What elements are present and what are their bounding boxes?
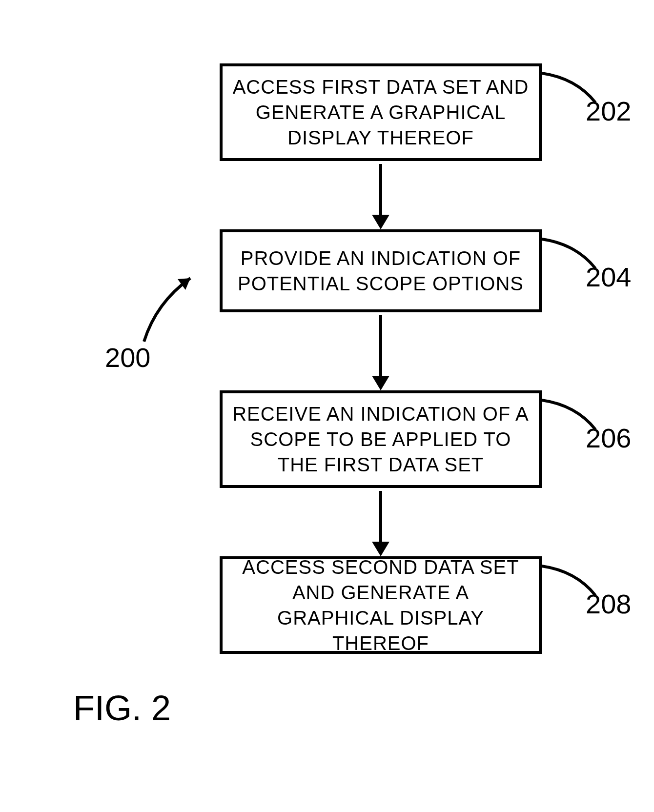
flow-step-202: ACCESS FIRST DATA SET AND GENERATE A GRA… <box>220 63 542 161</box>
arrow-204-206 <box>379 315 382 379</box>
arrow-head-204-206 <box>372 376 389 390</box>
step-label-208: 208 <box>586 588 631 620</box>
arrow-206-208 <box>379 491 382 545</box>
arrow-202-204 <box>379 164 382 218</box>
flow-step-208: ACCESS SECOND DATA SET AND GENERATE A GR… <box>220 556 542 654</box>
step-text: ACCESS FIRST DATA SET AND GENERATE A GRA… <box>232 74 529 150</box>
step-text: RECEIVE AN INDICATION OF A SCOPE TO BE A… <box>232 401 529 477</box>
step-label-202: 202 <box>586 95 631 127</box>
figure-caption: FIG. 2 <box>73 688 171 728</box>
arrow-head-202-204 <box>372 215 389 229</box>
step-label-204: 204 <box>586 261 631 293</box>
step-text: PROVIDE AN INDICATION OF POTENTIAL SCOPE… <box>232 245 529 296</box>
figure-canvas: ACCESS FIRST DATA SET AND GENERATE A GRA… <box>0 0 654 812</box>
ref-arrow-200 <box>137 273 205 346</box>
step-label-206: 206 <box>586 422 631 454</box>
flow-step-204: PROVIDE AN INDICATION OF POTENTIAL SCOPE… <box>220 229 542 312</box>
flow-step-206: RECEIVE AN INDICATION OF A SCOPE TO BE A… <box>220 390 542 488</box>
step-text: ACCESS SECOND DATA SET AND GENERATE A GR… <box>232 554 529 656</box>
